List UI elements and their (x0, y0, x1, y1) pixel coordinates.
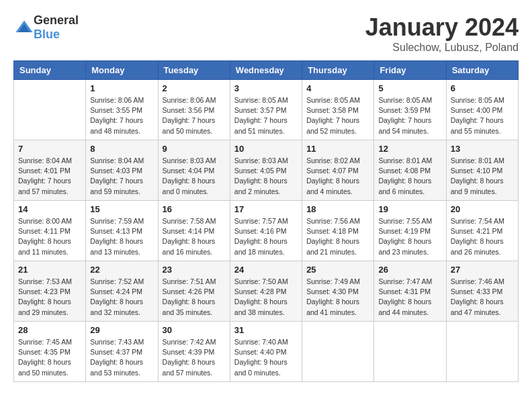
calendar-cell: 21Sunrise: 7:53 AMSunset: 4:23 PMDayligh… (14, 261, 86, 322)
day-number: 2 (163, 83, 226, 93)
calendar-cell: 12Sunrise: 8:01 AMSunset: 4:08 PMDayligh… (374, 140, 446, 201)
day-info: Sunrise: 7:42 AMSunset: 4:39 PMDaylight:… (163, 337, 226, 378)
days-header-row: SundayMondayTuesdayWednesdayThursdayFrid… (14, 61, 519, 80)
day-header-thursday: Thursday (302, 61, 374, 80)
day-info: Sunrise: 8:01 AMSunset: 4:10 PMDaylight:… (451, 156, 514, 197)
calendar-cell: 18Sunrise: 7:56 AMSunset: 4:18 PMDayligh… (302, 201, 374, 261)
day-number: 20 (451, 204, 514, 214)
week-row-3: 14Sunrise: 8:00 AMSunset: 4:11 PMDayligh… (14, 201, 519, 261)
day-info: Sunrise: 7:53 AMSunset: 4:23 PMDaylight:… (18, 277, 81, 318)
day-number: 10 (234, 144, 298, 154)
day-info: Sunrise: 8:00 AMSunset: 4:11 PMDaylight:… (18, 216, 81, 257)
day-number: 26 (378, 265, 441, 275)
day-info: Sunrise: 7:43 AMSunset: 4:37 PMDaylight:… (90, 337, 153, 378)
day-number: 29 (90, 325, 153, 335)
calendar-cell: 10Sunrise: 8:03 AMSunset: 4:05 PMDayligh… (230, 140, 302, 201)
day-info: Sunrise: 7:52 AMSunset: 4:24 PMDaylight:… (90, 277, 153, 318)
day-number: 16 (163, 204, 226, 214)
calendar-cell: 1Sunrise: 8:06 AMSunset: 3:55 PMDaylight… (86, 80, 158, 140)
calendar-cell: 7Sunrise: 8:04 AMSunset: 4:01 PMDaylight… (14, 140, 86, 201)
day-info: Sunrise: 8:06 AMSunset: 3:55 PMDaylight:… (90, 95, 153, 136)
calendar-cell (446, 322, 518, 382)
day-number: 4 (306, 83, 369, 93)
day-number: 22 (90, 265, 153, 275)
day-info: Sunrise: 7:55 AMSunset: 4:19 PMDaylight:… (378, 216, 441, 257)
day-number: 1 (90, 83, 153, 93)
calendar-cell: 15Sunrise: 7:59 AMSunset: 4:13 PMDayligh… (86, 201, 158, 261)
calendar-cell: 20Sunrise: 7:54 AMSunset: 4:21 PMDayligh… (446, 201, 518, 261)
day-info: Sunrise: 7:58 AMSunset: 4:14 PMDaylight:… (163, 216, 226, 257)
day-number: 24 (234, 265, 298, 275)
day-info: Sunrise: 7:57 AMSunset: 4:16 PMDaylight:… (234, 216, 298, 257)
day-number: 17 (234, 204, 298, 214)
day-number: 19 (378, 204, 441, 214)
day-info: Sunrise: 7:54 AMSunset: 4:21 PMDaylight:… (451, 216, 514, 257)
logo: General Blue (13, 13, 79, 42)
day-info: Sunrise: 7:40 AMSunset: 4:40 PMDaylight:… (234, 337, 298, 378)
calendar-cell (374, 322, 446, 382)
calendar-cell: 26Sunrise: 7:47 AMSunset: 4:31 PMDayligh… (374, 261, 446, 322)
day-number: 28 (18, 325, 81, 335)
calendar-cell: 17Sunrise: 7:57 AMSunset: 4:16 PMDayligh… (230, 201, 302, 261)
calendar-table: SundayMondayTuesdayWednesdayThursdayFrid… (13, 60, 519, 382)
calendar-cell: 8Sunrise: 8:04 AMSunset: 4:03 PMDaylight… (86, 140, 158, 201)
day-number: 25 (306, 265, 369, 275)
day-number: 14 (18, 204, 81, 214)
day-info: Sunrise: 8:04 AMSunset: 4:01 PMDaylight:… (18, 156, 81, 197)
day-info: Sunrise: 8:05 AMSunset: 3:57 PMDaylight:… (234, 95, 298, 136)
day-header-wednesday: Wednesday (230, 61, 302, 80)
logo-icon (15, 18, 34, 37)
day-info: Sunrise: 8:04 AMSunset: 4:03 PMDaylight:… (90, 156, 153, 197)
day-number: 23 (163, 265, 226, 275)
calendar-cell: 3Sunrise: 8:05 AMSunset: 3:57 PMDaylight… (230, 80, 302, 140)
day-header-friday: Friday (374, 61, 446, 80)
calendar-cell: 2Sunrise: 8:06 AMSunset: 3:56 PMDaylight… (158, 80, 230, 140)
day-number: 11 (306, 144, 369, 154)
day-info: Sunrise: 8:03 AMSunset: 4:04 PMDaylight:… (163, 156, 226, 197)
week-row-1: 1Sunrise: 8:06 AMSunset: 3:55 PMDaylight… (14, 80, 519, 140)
day-info: Sunrise: 7:51 AMSunset: 4:26 PMDaylight:… (163, 277, 226, 318)
day-info: Sunrise: 7:49 AMSunset: 4:30 PMDaylight:… (306, 277, 369, 318)
calendar-cell: 27Sunrise: 7:46 AMSunset: 4:33 PMDayligh… (446, 261, 518, 322)
day-info: Sunrise: 8:06 AMSunset: 3:56 PMDaylight:… (163, 95, 226, 136)
calendar-cell: 19Sunrise: 7:55 AMSunset: 4:19 PMDayligh… (374, 201, 446, 261)
day-number: 31 (234, 325, 298, 335)
day-info: Sunrise: 8:02 AMSunset: 4:07 PMDaylight:… (306, 156, 369, 197)
week-row-2: 7Sunrise: 8:04 AMSunset: 4:01 PMDaylight… (14, 140, 519, 201)
calendar-cell: 4Sunrise: 8:05 AMSunset: 3:58 PMDaylight… (302, 80, 374, 140)
logo-blue-text: Blue (34, 28, 60, 41)
day-number: 8 (90, 144, 153, 154)
day-header-sunday: Sunday (14, 61, 86, 80)
calendar-cell (302, 322, 374, 382)
day-info: Sunrise: 7:45 AMSunset: 4:35 PMDaylight:… (18, 337, 81, 378)
month-title: January 2024 (365, 13, 519, 42)
week-row-4: 21Sunrise: 7:53 AMSunset: 4:23 PMDayligh… (14, 261, 519, 322)
day-number: 7 (18, 144, 81, 154)
day-info: Sunrise: 7:46 AMSunset: 4:33 PMDaylight:… (451, 277, 514, 318)
day-info: Sunrise: 7:47 AMSunset: 4:31 PMDaylight:… (378, 277, 441, 318)
day-number: 5 (378, 83, 441, 93)
day-info: Sunrise: 7:59 AMSunset: 4:13 PMDaylight:… (90, 216, 153, 257)
day-number: 13 (451, 144, 514, 154)
calendar-cell: 30Sunrise: 7:42 AMSunset: 4:39 PMDayligh… (158, 322, 230, 382)
calendar-cell: 9Sunrise: 8:03 AMSunset: 4:04 PMDaylight… (158, 140, 230, 201)
calendar-cell: 31Sunrise: 7:40 AMSunset: 4:40 PMDayligh… (230, 322, 302, 382)
calendar-cell: 29Sunrise: 7:43 AMSunset: 4:37 PMDayligh… (86, 322, 158, 382)
day-number: 27 (451, 265, 514, 275)
day-number: 30 (163, 325, 226, 335)
calendar-cell: 16Sunrise: 7:58 AMSunset: 4:14 PMDayligh… (158, 201, 230, 261)
day-number: 18 (306, 204, 369, 214)
day-info: Sunrise: 8:05 AMSunset: 3:58 PMDaylight:… (306, 95, 369, 136)
day-info: Sunrise: 7:50 AMSunset: 4:28 PMDaylight:… (234, 277, 298, 318)
title-area: January 2024 Sulechow, Lubusz, Poland (365, 13, 519, 54)
day-number: 6 (451, 83, 514, 93)
day-header-tuesday: Tuesday (158, 61, 230, 80)
day-info: Sunrise: 8:05 AMSunset: 4:00 PMDaylight:… (451, 95, 514, 136)
header: General Blue January 2024 Sulechow, Lubu… (13, 13, 519, 54)
day-info: Sunrise: 8:03 AMSunset: 4:05 PMDaylight:… (234, 156, 298, 197)
day-number: 12 (378, 144, 441, 154)
day-number: 9 (163, 144, 226, 154)
week-row-5: 28Sunrise: 7:45 AMSunset: 4:35 PMDayligh… (14, 322, 519, 382)
calendar-cell: 28Sunrise: 7:45 AMSunset: 4:35 PMDayligh… (14, 322, 86, 382)
location-title: Sulechow, Lubusz, Poland (365, 42, 519, 54)
